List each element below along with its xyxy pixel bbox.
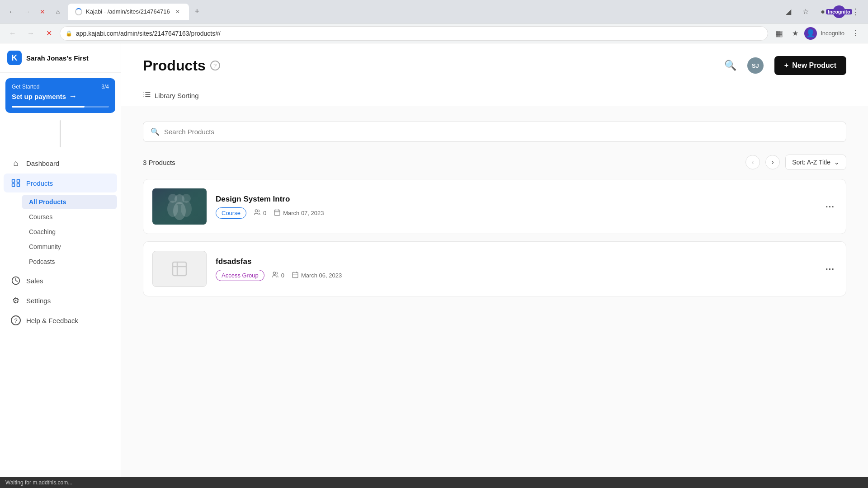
extensions-btn[interactable]: ⋮ bbox=[848, 26, 863, 41]
sidebar-item-products[interactable]: Products bbox=[4, 174, 117, 192]
product-1-date-text: March 07, 2023 bbox=[283, 210, 324, 216]
bookmark-btn[interactable]: ☆ bbox=[798, 5, 813, 19]
toolbar-actions: ◢ ☆ ● Incognito ⋮ bbox=[781, 5, 863, 19]
sorting-icon bbox=[143, 90, 151, 100]
star-bookmark-btn[interactable]: ★ bbox=[788, 26, 802, 41]
status-bar: Waiting for m.addthis.com... bbox=[0, 477, 868, 488]
svg-rect-0 bbox=[12, 180, 15, 183]
browser-menu-btn[interactable]: ⋮ bbox=[848, 5, 863, 19]
cast-icon-btn[interactable]: ▦ bbox=[772, 26, 786, 41]
browser-toolbar: ← → ✕ 🔒 app.kajabi.com/admin/sites/21476… bbox=[0, 23, 868, 43]
sidebar-item-coaching[interactable]: Coaching bbox=[22, 225, 117, 239]
svg-rect-2 bbox=[12, 184, 15, 187]
podcasts-label: Podcasts bbox=[29, 258, 55, 265]
home-btn[interactable]: ⌂ bbox=[52, 5, 64, 18]
avatar-initials: SJ bbox=[752, 62, 759, 69]
page-header: Products ? 🔍 SJ + New Product bbox=[121, 43, 868, 107]
new-tab-btn[interactable]: + bbox=[191, 5, 203, 18]
profile-icon: 👤 bbox=[806, 29, 815, 38]
product-1-type-badge: Course bbox=[216, 207, 246, 219]
sidebar-item-all-products[interactable]: All Products bbox=[22, 195, 117, 209]
svg-rect-3 bbox=[17, 184, 20, 187]
browser-back-btn[interactable]: ← bbox=[5, 26, 20, 41]
next-page-btn[interactable]: › bbox=[765, 155, 780, 169]
product-card-1: Design System Intro Course 0 bbox=[143, 179, 846, 234]
url-text: app.kajabi.com/admin/sites/2147647163/pr… bbox=[76, 30, 762, 37]
product-2-date: March 06, 2023 bbox=[292, 271, 342, 280]
browser-chrome: ← → ✕ ⌂ Kajabi - /admin/sites/214764716 … bbox=[0, 0, 868, 23]
search-bar[interactable]: 🔍 bbox=[143, 122, 846, 142]
sort-label: Sort: A-Z Title bbox=[792, 159, 830, 166]
incognito-btn[interactable]: Incognito bbox=[833, 5, 845, 18]
sales-icon bbox=[11, 276, 21, 286]
product-2-date-text: March 06, 2023 bbox=[301, 272, 342, 279]
library-sorting-label: Library Sorting bbox=[155, 92, 199, 99]
product-1-more-btn[interactable]: ⋯ bbox=[822, 199, 837, 214]
browser-profile-btn[interactable]: 👤 bbox=[804, 27, 817, 40]
product-1-name: Design System Intro bbox=[216, 195, 813, 204]
library-sorting-row[interactable]: Library Sorting bbox=[143, 84, 846, 107]
search-input[interactable] bbox=[164, 128, 839, 136]
user-avatar[interactable]: SJ bbox=[747, 57, 764, 74]
browser-reload-btn[interactable]: ✕ bbox=[42, 26, 56, 41]
sidebar-item-help[interactable]: ? Help & Feedback bbox=[4, 311, 117, 330]
settings-label: Settings bbox=[26, 297, 51, 305]
sidebar-header: K Sarah Jonas's First bbox=[0, 43, 121, 73]
back-btn[interactable]: ← bbox=[5, 5, 18, 18]
new-product-button[interactable]: + New Product bbox=[774, 56, 846, 75]
svg-point-27 bbox=[273, 272, 275, 274]
product-1-actions: ⋯ bbox=[822, 199, 837, 214]
product-2-actions: ⋯ bbox=[822, 262, 837, 276]
sidebar-item-dashboard[interactable]: ⌂ Dashboard bbox=[4, 154, 117, 173]
get-started-banner[interactable]: Get Started 3/4 Set up payments → bbox=[5, 78, 115, 113]
new-product-label: New Product bbox=[792, 61, 836, 70]
scroll-indicator bbox=[60, 120, 61, 147]
product-2-more-btn[interactable]: ⋯ bbox=[822, 262, 837, 276]
prev-page-btn[interactable]: ‹ bbox=[745, 155, 760, 169]
site-name: Sarah Jonas's First bbox=[26, 54, 89, 62]
sidebar-scroll-top bbox=[0, 118, 121, 149]
coaching-label: Coaching bbox=[29, 228, 56, 235]
cast-btn[interactable]: ◢ bbox=[781, 5, 796, 19]
product-2-thumbnail bbox=[152, 251, 207, 287]
svg-rect-28 bbox=[292, 272, 298, 277]
progress-bar-fill bbox=[12, 106, 85, 108]
members-icon bbox=[254, 209, 261, 217]
sidebar-item-community[interactable]: Community bbox=[22, 239, 117, 254]
content-area: 🔍 3 Products ‹ › Sort: A-Z Title ⌄ bbox=[121, 107, 868, 318]
get-started-arrow-icon: → bbox=[69, 92, 77, 101]
products-nav-label: Products bbox=[26, 179, 53, 187]
search-header-btn[interactable]: 🔍 bbox=[724, 60, 736, 71]
sidebar-item-podcasts[interactable]: Podcasts bbox=[22, 254, 117, 269]
help-circle-icon[interactable]: ? bbox=[210, 61, 220, 70]
forward-btn[interactable]: → bbox=[21, 5, 33, 18]
browser-forward-btn[interactable]: → bbox=[24, 26, 38, 41]
sales-label: Sales bbox=[26, 277, 43, 285]
products-icon bbox=[11, 178, 21, 188]
address-bar[interactable]: 🔒 app.kajabi.com/admin/sites/2147647163/… bbox=[60, 26, 768, 41]
dashboard-label: Dashboard bbox=[26, 160, 59, 167]
pagination-sort: ‹ › Sort: A-Z Title ⌄ bbox=[745, 155, 846, 170]
community-label: Community bbox=[29, 243, 61, 250]
sidebar-item-courses[interactable]: Courses bbox=[22, 210, 117, 224]
active-tab[interactable]: Kajabi - /admin/sites/214764716 ✕ bbox=[68, 4, 189, 20]
tab-close-btn[interactable]: ✕ bbox=[174, 8, 182, 16]
settings-icon: ⚙ bbox=[11, 296, 21, 305]
nav-sub-products: All Products Courses Coaching Community … bbox=[0, 193, 121, 270]
status-text: Waiting for m.addthis.com... bbox=[5, 479, 72, 486]
product-1-image bbox=[152, 188, 207, 225]
get-started-label: Get Started bbox=[12, 84, 39, 90]
members-icon-2 bbox=[272, 271, 279, 280]
plus-icon: + bbox=[784, 61, 788, 70]
menu-dots-icon: ⋮ bbox=[851, 7, 859, 17]
sidebar-item-sales[interactable]: Sales bbox=[4, 271, 117, 290]
get-started-progress: 3/4 bbox=[101, 84, 109, 90]
lock-icon: 🔒 bbox=[66, 30, 72, 37]
reload-btn[interactable]: ✕ bbox=[36, 5, 49, 18]
sidebar-nav: ⌂ Dashboard Products All Products Course bbox=[0, 149, 121, 488]
sidebar-item-settings[interactable]: ⚙ Settings bbox=[4, 291, 117, 310]
product-1-info: Design System Intro Course 0 bbox=[216, 195, 813, 219]
tab-loading-indicator bbox=[75, 8, 82, 15]
svg-point-19 bbox=[255, 210, 257, 212]
sort-dropdown[interactable]: Sort: A-Z Title ⌄ bbox=[785, 155, 846, 170]
